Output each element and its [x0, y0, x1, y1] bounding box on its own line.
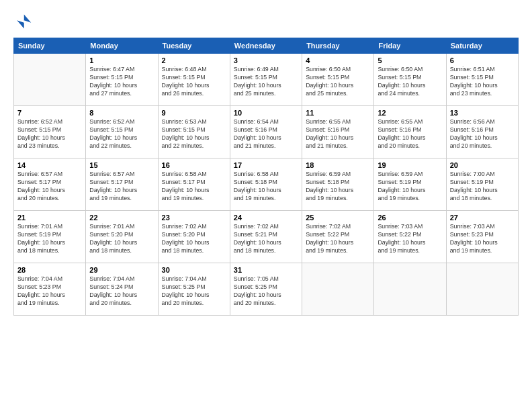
calendar-cell: 14Sunrise: 6:57 AMSunset: 5:17 PMDayligh…: [14, 158, 86, 211]
page: SundayMondayTuesdayWednesdayThursdayFrid…: [0, 0, 532, 411]
calendar-cell: 26Sunrise: 7:03 AMSunset: 5:22 PMDayligh…: [374, 211, 446, 263]
day-number: 13: [450, 109, 515, 117]
calendar-cell: 9Sunrise: 6:53 AMSunset: 5:15 PMDaylight…: [158, 106, 230, 158]
day-number: 14: [17, 161, 82, 169]
day-number: 10: [234, 109, 298, 117]
day-number: 20: [450, 161, 515, 169]
week-row-3: 14Sunrise: 6:57 AMSunset: 5:17 PMDayligh…: [14, 158, 519, 211]
day-number: 15: [89, 161, 154, 169]
day-info: Sunrise: 6:52 AMSunset: 5:15 PMDaylight:…: [89, 118, 154, 150]
weekday-thursday: Thursday: [302, 38, 374, 54]
day-number: 1: [89, 56, 154, 64]
calendar-cell: 23Sunrise: 7:02 AMSunset: 5:20 PMDayligh…: [158, 211, 230, 263]
day-info: Sunrise: 7:04 AMSunset: 5:24 PMDaylight:…: [89, 275, 154, 308]
day-info: Sunrise: 6:53 AMSunset: 5:15 PMDaylight:…: [162, 118, 226, 150]
day-info: Sunrise: 7:01 AMSunset: 5:19 PMDaylight:…: [17, 223, 82, 255]
day-info: Sunrise: 6:58 AMSunset: 5:17 PMDaylight:…: [162, 171, 226, 203]
calendar-cell: 8Sunrise: 6:52 AMSunset: 5:15 PMDaylight…: [86, 106, 158, 158]
calendar-cell: 21Sunrise: 7:01 AMSunset: 5:19 PMDayligh…: [14, 211, 86, 263]
calendar-cell: 17Sunrise: 6:58 AMSunset: 5:18 PMDayligh…: [230, 158, 302, 211]
week-row-4: 21Sunrise: 7:01 AMSunset: 5:19 PMDayligh…: [14, 211, 519, 263]
day-number: 9: [162, 109, 226, 117]
calendar-table: SundayMondayTuesdayWednesdayThursdayFrid…: [13, 38, 519, 316]
svg-marker-0: [17, 15, 31, 29]
weekday-wednesday: Wednesday: [230, 38, 302, 54]
calendar-cell: [446, 263, 518, 316]
day-info: Sunrise: 6:50 AMSunset: 5:15 PMDaylight:…: [306, 66, 370, 98]
day-number: 22: [89, 214, 154, 222]
day-number: 11: [306, 109, 370, 117]
day-info: Sunrise: 6:54 AMSunset: 5:16 PMDaylight:…: [234, 118, 298, 150]
calendar-cell: 3Sunrise: 6:49 AMSunset: 5:15 PMDaylight…: [230, 54, 302, 106]
day-info: Sunrise: 6:59 AMSunset: 5:19 PMDaylight:…: [378, 171, 442, 203]
calendar-cell: 28Sunrise: 7:04 AMSunset: 5:23 PMDayligh…: [14, 263, 86, 316]
day-number: 16: [162, 161, 226, 169]
weekday-friday: Friday: [374, 38, 446, 54]
day-info: Sunrise: 7:03 AMSunset: 5:22 PMDaylight:…: [378, 223, 442, 255]
day-number: 12: [378, 109, 442, 117]
calendar-cell: 13Sunrise: 6:56 AMSunset: 5:16 PMDayligh…: [446, 106, 518, 158]
day-info: Sunrise: 6:59 AMSunset: 5:18 PMDaylight:…: [306, 171, 370, 203]
calendar-cell: 11Sunrise: 6:55 AMSunset: 5:16 PMDayligh…: [302, 106, 374, 158]
calendar-cell: 20Sunrise: 7:00 AMSunset: 5:19 PMDayligh…: [446, 158, 518, 211]
day-info: Sunrise: 7:00 AMSunset: 5:19 PMDaylight:…: [450, 171, 515, 203]
day-number: 5: [378, 56, 442, 64]
day-info: Sunrise: 6:57 AMSunset: 5:17 PMDaylight:…: [17, 171, 82, 203]
weekday-header-row: SundayMondayTuesdayWednesdayThursdayFrid…: [14, 38, 519, 54]
calendar-cell: 12Sunrise: 6:55 AMSunset: 5:16 PMDayligh…: [374, 106, 446, 158]
day-info: Sunrise: 6:50 AMSunset: 5:15 PMDaylight:…: [378, 66, 442, 98]
day-info: Sunrise: 7:02 AMSunset: 5:22 PMDaylight:…: [306, 223, 370, 255]
day-number: 29: [89, 266, 154, 274]
day-number: 21: [17, 214, 82, 222]
week-row-1: 1Sunrise: 6:47 AMSunset: 5:15 PMDaylight…: [14, 54, 519, 106]
day-number: 6: [450, 56, 515, 64]
week-row-5: 28Sunrise: 7:04 AMSunset: 5:23 PMDayligh…: [14, 263, 519, 316]
day-number: 26: [378, 214, 442, 222]
header: [13, 12, 519, 31]
logo-icon: [13, 12, 32, 31]
calendar-cell: 29Sunrise: 7:04 AMSunset: 5:24 PMDayligh…: [86, 263, 158, 316]
day-number: 17: [234, 161, 298, 169]
calendar-cell: 6Sunrise: 6:51 AMSunset: 5:15 PMDaylight…: [446, 54, 518, 106]
day-info: Sunrise: 7:01 AMSunset: 5:20 PMDaylight:…: [89, 223, 154, 255]
calendar-cell: [374, 263, 446, 316]
day-number: 24: [234, 214, 298, 222]
day-info: Sunrise: 6:49 AMSunset: 5:15 PMDaylight:…: [234, 66, 298, 98]
day-number: 4: [306, 56, 370, 64]
calendar-cell: 7Sunrise: 6:52 AMSunset: 5:15 PMDaylight…: [14, 106, 86, 158]
day-number: 31: [234, 266, 298, 274]
day-number: 3: [234, 56, 298, 64]
calendar-cell: 18Sunrise: 6:59 AMSunset: 5:18 PMDayligh…: [302, 158, 374, 211]
calendar-cell: 2Sunrise: 6:48 AMSunset: 5:15 PMDaylight…: [158, 54, 230, 106]
weekday-monday: Monday: [86, 38, 158, 54]
day-number: 25: [306, 214, 370, 222]
logo: [13, 12, 35, 31]
day-info: Sunrise: 7:02 AMSunset: 5:20 PMDaylight:…: [162, 223, 226, 255]
day-number: 28: [17, 266, 82, 274]
calendar-cell: 5Sunrise: 6:50 AMSunset: 5:15 PMDaylight…: [374, 54, 446, 106]
calendar-cell: 1Sunrise: 6:47 AMSunset: 5:15 PMDaylight…: [86, 54, 158, 106]
calendar-cell: 4Sunrise: 6:50 AMSunset: 5:15 PMDaylight…: [302, 54, 374, 106]
calendar-cell: 10Sunrise: 6:54 AMSunset: 5:16 PMDayligh…: [230, 106, 302, 158]
day-info: Sunrise: 6:57 AMSunset: 5:17 PMDaylight:…: [89, 171, 154, 203]
day-number: 2: [162, 56, 226, 64]
calendar-cell: 16Sunrise: 6:58 AMSunset: 5:17 PMDayligh…: [158, 158, 230, 211]
day-info: Sunrise: 6:56 AMSunset: 5:16 PMDaylight:…: [450, 118, 515, 150]
day-info: Sunrise: 7:04 AMSunset: 5:25 PMDaylight:…: [162, 275, 226, 308]
calendar-cell: 24Sunrise: 7:02 AMSunset: 5:21 PMDayligh…: [230, 211, 302, 263]
calendar-cell: [302, 263, 374, 316]
day-info: Sunrise: 6:55 AMSunset: 5:16 PMDaylight:…: [306, 118, 370, 150]
calendar-cell: 15Sunrise: 6:57 AMSunset: 5:17 PMDayligh…: [86, 158, 158, 211]
weekday-sunday: Sunday: [14, 38, 86, 54]
day-info: Sunrise: 7:02 AMSunset: 5:21 PMDaylight:…: [234, 223, 298, 255]
day-number: 23: [162, 214, 226, 222]
weekday-tuesday: Tuesday: [158, 38, 230, 54]
day-info: Sunrise: 6:47 AMSunset: 5:15 PMDaylight:…: [89, 66, 154, 98]
calendar-cell: 31Sunrise: 7:05 AMSunset: 5:25 PMDayligh…: [230, 263, 302, 316]
day-info: Sunrise: 7:03 AMSunset: 5:23 PMDaylight:…: [450, 223, 515, 255]
day-number: 19: [378, 161, 442, 169]
day-number: 8: [89, 109, 154, 117]
weekday-saturday: Saturday: [446, 38, 518, 54]
calendar-cell: 19Sunrise: 6:59 AMSunset: 5:19 PMDayligh…: [374, 158, 446, 211]
day-number: 18: [306, 161, 370, 169]
